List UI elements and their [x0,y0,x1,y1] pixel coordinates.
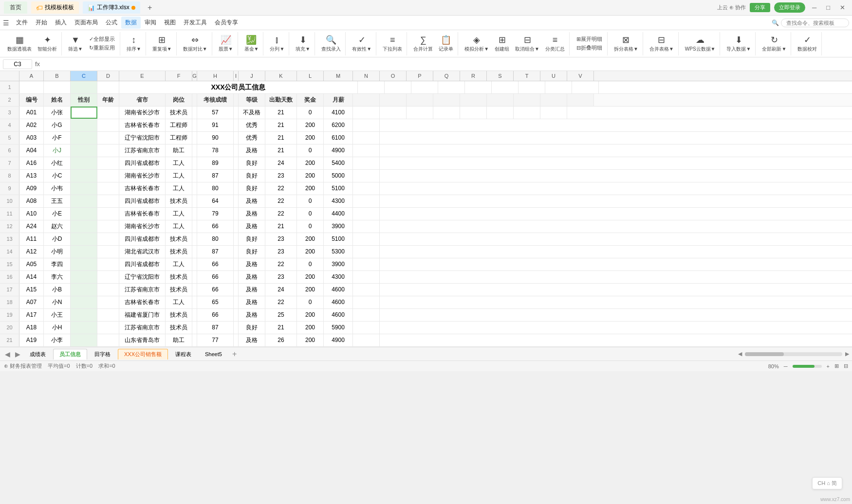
sheet-tab-tian[interactable]: 田字格 [88,349,117,360]
expand-detail-button[interactable]: ⊞展开明细 [574,35,605,43]
menu-insert[interactable]: 插入 [51,17,71,29]
cell-e9[interactable]: 吉林省长春市 [119,182,166,195]
cell-k12[interactable]: 21 [265,220,297,233]
column-split-button[interactable]: ⫿ 分列▼ [267,33,287,54]
cell-h6[interactable]: 78 [197,144,234,157]
cell-m13[interactable]: 5100 [324,233,353,245]
cell-f3[interactable]: 技术员 [166,107,192,119]
cell-h13[interactable]: 80 [197,233,234,245]
cell-f7[interactable]: 工人 [166,157,192,169]
cell-n5[interactable] [353,132,380,144]
cell-d3[interactable] [97,107,119,119]
cell-j14[interactable]: 良好 [239,246,265,258]
cell-g12[interactable] [192,220,197,233]
cell-h7[interactable]: 89 [197,157,234,169]
cell-j8[interactable]: 良好 [239,170,265,182]
cell-h4[interactable]: 91 [197,119,234,131]
cell-g21[interactable] [192,334,197,346]
menu-member[interactable]: 会员专享 [211,17,242,29]
cell-j15[interactable]: 及格 [239,258,265,270]
cell-l6[interactable]: 0 [297,144,324,157]
cell-j5[interactable]: 优秀 [239,132,265,144]
menu-formula[interactable]: 公式 [102,17,121,29]
cell-m11[interactable]: 4400 [324,208,353,220]
cell-d6[interactable] [97,144,119,157]
cell-h17[interactable]: 66 [197,284,234,296]
cell-m16[interactable]: 4300 [324,271,353,283]
cell-i20[interactable] [234,322,239,334]
cell-l18[interactable]: 0 [297,296,324,308]
menu-home[interactable]: 开始 [32,17,51,29]
cell-n11[interactable] [353,208,380,220]
cell-n17[interactable] [353,284,380,296]
cell-h9[interactable]: 80 [197,182,234,195]
cell-a12[interactable]: A24 [19,220,44,233]
cell-e19[interactable]: 福建省厦门市 [119,309,166,321]
cell-k3[interactable]: 21 [265,107,297,119]
view-normal-icon[interactable]: ⊞ [834,363,839,369]
cell-f14[interactable]: 技术员 [166,246,192,258]
cell-c15[interactable] [71,258,97,270]
cell-i4[interactable] [234,119,239,131]
cell-f11[interactable]: 工人 [166,208,192,220]
verify-button[interactable]: ✓ 数据校对 [795,33,819,54]
cell-b12[interactable]: 赵六 [44,220,71,233]
cell-q1[interactable] [438,81,465,93]
cell-c18[interactable] [71,296,97,308]
cell-m17[interactable]: 4600 [324,284,353,296]
cell-d11[interactable] [97,208,119,220]
cell-j11[interactable]: 及格 [239,208,265,220]
col-header-d[interactable]: D [97,71,119,81]
col-header-r[interactable]: R [460,71,487,81]
cell-d20[interactable] [97,322,119,334]
cell-i9[interactable] [234,182,239,195]
col-header-i[interactable]: I [234,71,239,81]
cell-g7[interactable] [192,157,197,169]
cell-t3[interactable] [514,107,540,119]
header-q2[interactable] [433,94,460,106]
col-header-s[interactable]: S [487,71,514,81]
col-header-m[interactable]: M [324,71,353,81]
scroll-bar-left[interactable]: ◀ [738,351,742,357]
cell-j10[interactable]: 及格 [239,195,265,207]
cell-m15[interactable]: 3900 [324,258,353,270]
cell-l11[interactable]: 0 [297,208,324,220]
cell-e21[interactable]: 山东省青岛市 [119,334,166,346]
tab-template[interactable]: 🏷 找模板模板 [31,1,79,14]
cell-h20[interactable]: 87 [197,322,234,334]
cell-b21[interactable]: 小李 [44,334,71,346]
cell-i17[interactable] [234,284,239,296]
cell-c17[interactable] [71,284,97,296]
split-table-button[interactable]: ⊠ 拆分表格▼ [611,33,641,54]
cell-d10[interactable] [97,195,119,207]
cell-n19[interactable] [353,309,380,321]
cell-h3[interactable]: 57 [197,107,234,119]
cell-c16[interactable] [71,271,97,283]
cell-e7[interactable]: 四川省成都市 [119,157,166,169]
menu-icon[interactable]: ☰ [3,19,9,27]
pivot-table-button[interactable]: ▦ 数据透视表 [5,33,34,54]
validity-button[interactable]: ✓ 有效性▼ [350,33,374,54]
cell-c8[interactable] [71,170,97,182]
cell-e8[interactable]: 湖南省长沙市 [119,170,166,182]
cell-i3[interactable] [234,107,239,119]
header-p2[interactable] [407,94,433,106]
cell-b7[interactable]: 小红 [44,157,71,169]
cell-l5[interactable]: 200 [297,132,324,144]
cell-a17[interactable]: A15 [19,284,44,296]
cell-h11[interactable]: 79 [197,208,234,220]
sheet-tab-xiaoshou[interactable]: XXX公司销售额 [118,349,168,360]
cell-l20[interactable]: 200 [297,322,324,334]
cell-l4[interactable]: 200 [297,119,324,131]
record-button[interactable]: 📋 记录单 [436,33,456,54]
col-header-o[interactable]: O [380,71,407,81]
cell-a16[interactable]: A14 [19,271,44,283]
cell-c13[interactable] [71,233,97,245]
cell-h21[interactable]: 77 [197,334,234,346]
cell-k6[interactable]: 21 [265,144,297,157]
cell-d14[interactable] [97,246,119,258]
cell-n10[interactable] [353,195,380,207]
cell-j4[interactable]: 优秀 [239,119,265,131]
cell-a14[interactable]: A12 [19,246,44,258]
col-header-k[interactable]: K [265,71,297,81]
